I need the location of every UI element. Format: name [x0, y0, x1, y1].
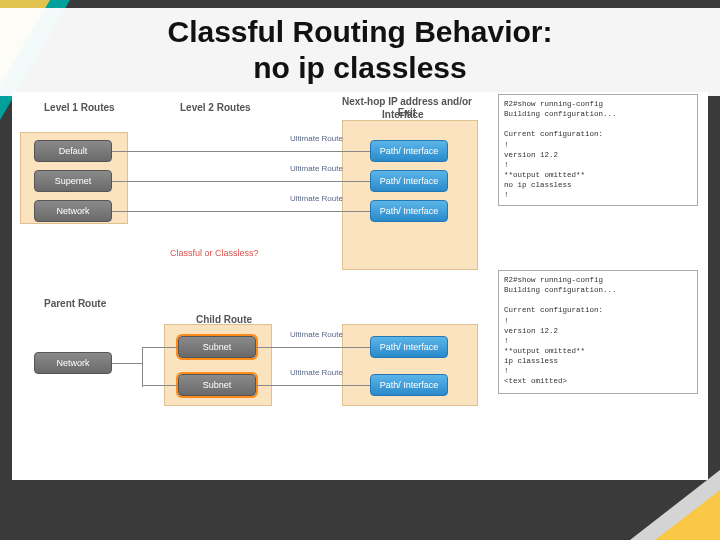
label-ultimate-4: Ultimate Route [290, 330, 343, 339]
label-classful-question: Classful or Classless? [170, 248, 259, 258]
terminal-2: R2#show running-config Building configur… [498, 270, 698, 394]
connector-parent-v [142, 347, 143, 387]
connector-child-out-1 [256, 347, 370, 348]
box-pathif-3: Path/ Interface [370, 200, 448, 222]
header-level2: Level 2 Routes [180, 102, 251, 113]
title-line-2: no ip classless [253, 51, 466, 84]
label-parent-route: Parent Route [44, 298, 106, 309]
box-default: Default [34, 140, 112, 162]
label-ultimate-1: Ultimate Route [290, 134, 343, 143]
connector-1 [112, 151, 370, 152]
box-supernet: Supernet [34, 170, 112, 192]
label-child-route: Child Route [196, 314, 252, 325]
terminal-1: R2#show running-config Building configur… [498, 94, 698, 206]
connector-parent-out [112, 363, 142, 364]
corner-accent-yellow-br [655, 490, 720, 540]
header-level1: Level 1 Routes [44, 102, 115, 113]
box-network: Network [34, 200, 112, 222]
box-subnet-1: Subnet [178, 336, 256, 358]
label-ultimate-2: Ultimate Route [290, 164, 343, 173]
box-pathif-1: Path/ Interface [370, 140, 448, 162]
slide-title: Classful Routing Behavior: no ip classle… [0, 8, 720, 96]
connector-child-2 [142, 385, 178, 386]
diagram-canvas: Level 1 Routes Level 2 Routes Next-hop I… [12, 92, 708, 480]
connector-child-out-2 [256, 385, 370, 386]
box-parent-network: Network [34, 352, 112, 374]
connector-2 [112, 181, 370, 182]
box-pathif-5: Path/ Interface [370, 374, 448, 396]
connector-child-1 [142, 347, 178, 348]
header-nexthop-2: Interface [382, 109, 424, 120]
box-subnet-2: Subnet [178, 374, 256, 396]
box-pathif-2: Path/ Interface [370, 170, 448, 192]
box-pathif-4: Path/ Interface [370, 336, 448, 358]
label-ultimate-3: Ultimate Route [290, 194, 343, 203]
label-ultimate-5: Ultimate Route [290, 368, 343, 377]
connector-3 [112, 211, 370, 212]
title-line-1: Classful Routing Behavior: [167, 15, 552, 48]
